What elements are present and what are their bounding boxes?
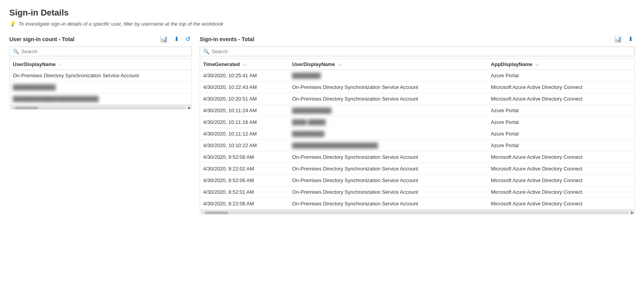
- right-col-time[interactable]: TimeGenerated ↑↓: [200, 59, 289, 70]
- page-title: Sign-in Details: [9, 8, 635, 18]
- blurred-user-right: ████████████████████████: [292, 142, 378, 148]
- right-chart-button[interactable]: 📊: [613, 35, 623, 43]
- left-chart-button[interactable]: 📊: [158, 35, 169, 43]
- right-table-row: 4/30/2020, 8:22:08 AMOn-Premises Directo…: [200, 198, 634, 210]
- user-display-name-right: On-Premises Directory Synchronization Se…: [289, 198, 488, 210]
- right-col-app[interactable]: AppDisplayName ↑↓: [488, 59, 634, 70]
- left-table-row: ████████████████████████: [10, 93, 191, 105]
- right-table-container[interactable]: TimeGenerated ↑↓ UserDisplayName ↑↓ AppD…: [200, 59, 635, 210]
- right-col-user[interactable]: UserDisplayName ↑↓: [289, 59, 488, 70]
- left-download-button[interactable]: ⬇: [172, 35, 181, 43]
- user-display-name-right: On-Premises Directory Synchronization Se…: [289, 151, 488, 163]
- user-display-name-right: On-Premises Directory Synchronization Se…: [289, 93, 488, 105]
- page-subtitle: 💡 To investigate sign-in details of a sp…: [9, 21, 635, 27]
- user-sort-icon: ↑↓: [338, 63, 342, 67]
- app-display-name: Microsoft Azure Active Directory Connect: [488, 175, 634, 186]
- right-table-row: 4/30/2020, 9:52:08 AMOn-Premises Directo…: [200, 151, 634, 163]
- time-generated: 4/30/2020, 8:22:08 AM: [200, 198, 289, 210]
- right-table-row: 4/30/2020, 10:11:16 AM████ █████Azure Po…: [200, 116, 634, 128]
- right-table-row: 4/30/2020, 10:11:24 AM███████████Azure P…: [200, 105, 634, 116]
- left-scrollbar[interactable]: ▶: [9, 105, 192, 110]
- app-display-name: Azure Portal: [488, 116, 634, 128]
- right-table-row: 4/30/2020, 10:11:12 AM█████████Azure Por…: [200, 128, 634, 140]
- app-display-name: Microsoft Azure Active Directory Connect: [488, 198, 634, 210]
- time-generated: 4/30/2020, 10:11:12 AM: [200, 128, 289, 140]
- blurred-user-right: ████ █████: [292, 119, 326, 125]
- left-scroll-thumb: [15, 106, 38, 109]
- left-table: UserDisplayName ↑ On-Premises Directory …: [10, 59, 191, 105]
- right-table: TimeGenerated ↑↓ UserDisplayName ↑↓ AppD…: [200, 59, 634, 210]
- right-table-row: 4/30/2020, 10:10:22 AM██████████████████…: [200, 140, 634, 151]
- blurred-user-right: █████████: [292, 131, 324, 137]
- right-table-row: 4/30/2020, 8:52:06 AMOn-Premises Directo…: [200, 175, 634, 186]
- blurred-user-right: ████████: [292, 73, 321, 78]
- app-display-name: Azure Portal: [488, 140, 634, 151]
- app-display-name: Microsoft Azure Active Directory Connect: [488, 93, 634, 105]
- app-display-name: Microsoft Azure Active Directory Connect: [488, 82, 634, 93]
- time-generated: 4/30/2020, 10:22:43 AM: [200, 82, 289, 93]
- right-scrollbar[interactable]: ▶: [200, 210, 635, 215]
- app-display-name: Microsoft Azure Active Directory Connect: [488, 186, 634, 198]
- right-scroll-thumb: [205, 211, 228, 214]
- app-display-name: Microsoft Azure Active Directory Connect: [488, 151, 634, 163]
- left-panel: User sign-in count - Total 📊 ⬇ ↺ 🔍 UserD…: [9, 35, 192, 215]
- user-display-name-right: On-Premises Directory Synchronization Se…: [289, 163, 488, 175]
- time-generated: 4/30/2020, 9:52:08 AM: [200, 151, 289, 163]
- right-table-row: 4/30/2020, 10:22:43 AMOn-Premises Direct…: [200, 82, 634, 93]
- app-display-name: Microsoft Azure Active Directory Connect: [488, 163, 634, 175]
- time-generated: 4/30/2020, 10:11:16 AM: [200, 116, 289, 128]
- time-generated: 4/30/2020, 10:10:22 AM: [200, 140, 289, 151]
- right-scroll-track: [201, 211, 629, 214]
- left-panel-title: User sign-in count - Total: [9, 36, 158, 42]
- time-generated: 4/30/2020, 8:52:01 AM: [200, 186, 289, 198]
- left-panel-header: User sign-in count - Total 📊 ⬇ ↺: [9, 35, 192, 43]
- app-display-name: Azure Portal: [488, 105, 634, 116]
- user-display-name: On-Premises Directory Synchronization Se…: [10, 70, 191, 82]
- right-search-input[interactable]: [212, 49, 631, 54]
- time-generated: 4/30/2020, 10:11:24 AM: [200, 105, 289, 116]
- left-search-input[interactable]: [21, 49, 188, 54]
- right-table-row: 4/30/2020, 10:25:41 AM████████Azure Port…: [200, 70, 634, 82]
- time-generated: 4/30/2020, 9:22:02 AM: [200, 163, 289, 175]
- app-display-name: Azure Portal: [488, 70, 634, 82]
- app-sort-icon: ↑↓: [535, 63, 539, 67]
- time-generated: 4/30/2020, 8:52:06 AM: [200, 175, 289, 186]
- lightbulb-icon: 💡: [9, 21, 16, 27]
- right-panel-header: Sign-in events - Total 📊 ⬇: [200, 35, 635, 43]
- main-panels: User sign-in count - Total 📊 ⬇ ↺ 🔍 UserD…: [9, 35, 635, 215]
- left-table-container: UserDisplayName ↑ On-Premises Directory …: [9, 59, 192, 105]
- right-panel: Sign-in events - Total 📊 ⬇ 🔍 TimeGenerat…: [200, 35, 635, 215]
- user-display-name-right: On-Premises Directory Synchronization Se…: [289, 186, 488, 198]
- blurred-user-right: ███████████: [292, 108, 331, 113]
- left-table-row: On-Premises Directory Synchronization Se…: [10, 70, 191, 82]
- left-search-icon: 🔍: [13, 49, 19, 54]
- left-search-box: 🔍: [9, 47, 192, 56]
- left-table-row: ████████████: [10, 82, 191, 93]
- right-table-row: 4/30/2020, 8:52:01 AMOn-Premises Directo…: [200, 186, 634, 198]
- user-display-name-right: On-Premises Directory Synchronization Se…: [289, 82, 488, 93]
- left-col-user[interactable]: UserDisplayName ↑: [10, 59, 191, 70]
- time-sort-icon: ↑↓: [243, 63, 247, 67]
- left-scroll-track: [11, 106, 186, 109]
- right-panel-actions: 📊 ⬇: [613, 35, 635, 43]
- left-panel-actions: 📊 ⬇ ↺: [158, 35, 192, 43]
- right-table-row: 4/30/2020, 9:22:02 AMOn-Premises Directo…: [200, 163, 634, 175]
- right-search-icon: 🔍: [203, 49, 209, 54]
- right-download-button[interactable]: ⬇: [627, 35, 635, 43]
- time-generated: 4/30/2020, 10:20:51 AM: [200, 93, 289, 105]
- blurred-user: ████████████: [13, 84, 56, 90]
- right-table-row: 4/30/2020, 10:20:51 AMOn-Premises Direct…: [200, 93, 634, 105]
- left-sort-icon: ↑: [59, 63, 61, 67]
- right-panel-title: Sign-in events - Total: [200, 36, 613, 42]
- user-display-name-right: On-Premises Directory Synchronization Se…: [289, 175, 488, 186]
- app-display-name: Azure Portal: [488, 128, 634, 140]
- left-refresh-button[interactable]: ↺: [184, 35, 192, 43]
- blurred-user: ████████████████████████: [13, 96, 99, 102]
- time-generated: 4/30/2020, 10:25:41 AM: [200, 70, 289, 82]
- right-search-box: 🔍: [200, 47, 635, 56]
